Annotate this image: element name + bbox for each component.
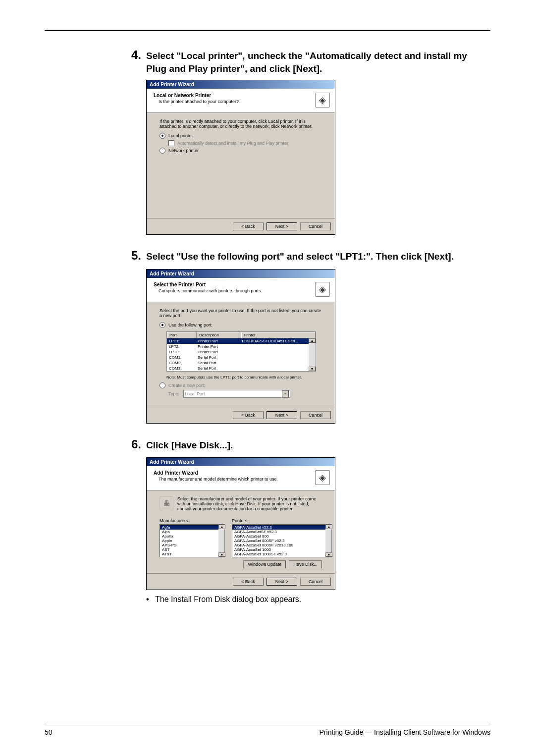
dialog2-header-sub: Computers communicate with printers thro… [159, 288, 262, 293]
list-item[interactable]: APS-PS [160, 543, 218, 547]
next-button[interactable]: Next > [267, 411, 297, 419]
step-4-number: 4. [131, 47, 146, 63]
windows-update-button[interactable]: Windows Update [243, 560, 286, 568]
cancel-button[interactable]: Cancel [300, 222, 331, 230]
radio-local-printer[interactable] [160, 133, 165, 139]
back-button[interactable]: < Back [233, 411, 264, 419]
scroll-down-icon[interactable]: ▼ [218, 552, 225, 557]
table-row[interactable]: LPT3: Printer Port [167, 349, 309, 355]
port-table[interactable]: Port Description Printer LPT1: Printer P… [166, 331, 316, 372]
bullet-text: The Install From Disk dialog box appears… [155, 595, 301, 604]
radio-local-printer-label: Local printer [168, 133, 193, 138]
type-label: Type: [168, 391, 179, 396]
have-disk-button[interactable]: Have Disk... [289, 560, 322, 568]
list-item[interactable]: AGFA-AccuSet 1000SF v52.3 [232, 552, 325, 556]
dialog-select-port: Add Printer Wizard Select the Printer Po… [146, 269, 335, 424]
dialog1-header-sub: Is the printer attached to your computer… [159, 99, 239, 104]
step-4-text: Select "Local printer", uncheck the "Aut… [146, 50, 488, 75]
list-item[interactable]: Agfa [160, 525, 218, 530]
checkbox-auto-detect[interactable] [168, 140, 174, 146]
next-button[interactable]: Next > [267, 578, 297, 586]
back-button[interactable]: < Back [233, 578, 264, 586]
next-button[interactable]: Next > [267, 222, 297, 230]
list-item[interactable]: Apollo [160, 534, 218, 539]
radio-network-printer[interactable] [160, 148, 165, 154]
table-row[interactable]: COM2: Serial Port [167, 360, 309, 366]
scroll-down-icon[interactable]: ▼ [325, 552, 332, 557]
table-row[interactable]: LPT2: Printer Port [167, 344, 309, 349]
table-row[interactable]: COM3: Serial Port [167, 366, 309, 371]
cancel-button[interactable]: Cancel [300, 578, 331, 586]
scroll-up-icon[interactable]: ▲ [309, 338, 316, 343]
dialog1-description: If the printer is directly attached to y… [160, 119, 322, 129]
list-item[interactable]: AGFA-AccuSet 800SF v52.3 [232, 539, 325, 543]
dialog1-title: Add Printer Wizard [147, 80, 335, 89]
scroll-up-icon[interactable]: ▲ [325, 525, 332, 529]
port-note: Note: Most computers use the LPT1: port … [166, 375, 322, 379]
list-item[interactable]: AGFA-AccuSet 1000 [232, 547, 325, 552]
dialog3-description: Select the manufacturer and model of you… [177, 496, 322, 511]
radio-create-port-label: Create a new port: [168, 383, 205, 388]
dialog-select-printer-model: Add Printer Wizard Add Printer Wizard Th… [146, 457, 335, 590]
step-5-text: Select "Use the following port" and sele… [146, 250, 454, 263]
list-item[interactable]: AST [160, 547, 218, 552]
list-item[interactable]: AGFA-AccuSet v52.3 [232, 525, 325, 530]
col-description: Description [197, 332, 241, 338]
manufacturers-label: Manufacturers: [160, 518, 225, 523]
step-6-number: 6. [131, 436, 146, 452]
table-row[interactable]: LPT1: Printer Port TOSHIBA e-STUDIO4511 … [167, 338, 309, 344]
dialog2-header-title: Select the Printer Port [154, 282, 262, 287]
printers-list[interactable]: AGFA-AccuSet v52.3 AGFA-AccuSetSF v52.3 … [232, 524, 332, 557]
table-row[interactable]: COM1: Serial Port [167, 355, 309, 360]
dialog1-header-title: Local or Network Printer [154, 93, 239, 98]
chevron-down-icon[interactable]: ▼ [282, 390, 289, 397]
col-printer: Printer [241, 332, 316, 338]
manufacturers-list[interactable]: Agfa Alps Apollo Apple APS-PS AST AT&T ▲ [160, 524, 225, 557]
port-type-dropdown[interactable]: Local Port ▼ [183, 390, 290, 398]
radio-use-port-label: Use the following port: [168, 323, 213, 327]
dialog3-title: Add Printer Wizard [147, 458, 335, 466]
printer-icon: ◈ [315, 470, 330, 485]
printers-label: Printers: [232, 518, 332, 523]
page-number: 50 [45, 728, 53, 736]
step-6-text: Click [Have Disk...]. [146, 439, 233, 452]
dialog3-header-sub: The manufacturer and model determine whi… [159, 477, 278, 482]
radio-use-port[interactable] [160, 322, 165, 328]
list-item[interactable]: AGFA-AccuSetSF v52.3 [232, 530, 325, 534]
list-item[interactable]: AT&T [160, 552, 218, 556]
dialog-local-or-network: Add Printer Wizard Local or Network Prin… [146, 80, 335, 235]
scroll-down-icon[interactable]: ▼ [309, 367, 316, 371]
list-item[interactable]: AGFA-AccuSet 800 [232, 534, 325, 539]
checkbox-auto-detect-label: Automatically detect and install my Plug… [177, 141, 288, 146]
col-port: Port [167, 332, 197, 338]
footer-title: Printing Guide — Installing Client Softw… [320, 728, 490, 736]
bullet-icon: • [146, 595, 155, 604]
scroll-up-icon[interactable]: ▲ [218, 525, 225, 529]
printer-icon: ◈ [315, 93, 330, 108]
list-item[interactable]: AGFA-AccuSet 800SF v2013.108 [232, 543, 325, 547]
dialog2-title: Add Printer Wizard [147, 270, 335, 278]
radio-network-printer-label: Network printer [168, 148, 199, 153]
port-type-value: Local Port [185, 391, 205, 396]
printer-disk-icon: 🖶 [160, 496, 173, 510]
step-5-number: 5. [131, 248, 146, 264]
list-item[interactable]: Alps [160, 530, 218, 534]
radio-create-port[interactable] [160, 382, 165, 388]
list-item[interactable]: Apple [160, 539, 218, 543]
back-button[interactable]: < Back [233, 222, 264, 230]
dialog3-header-title: Add Printer Wizard [154, 470, 278, 476]
dialog2-description: Select the port you want your printer to… [160, 308, 322, 318]
cancel-button[interactable]: Cancel [300, 411, 331, 419]
printer-icon: ◈ [315, 282, 330, 297]
